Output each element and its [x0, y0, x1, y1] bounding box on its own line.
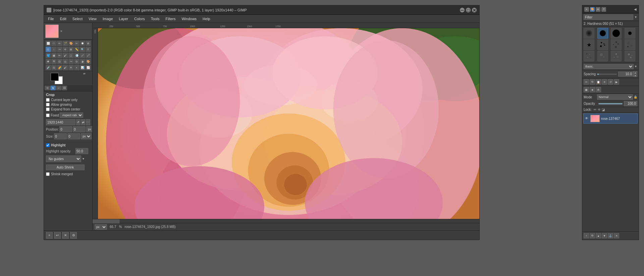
- menu-filters[interactable]: Filters: [163, 16, 178, 21]
- layer-row[interactable]: 👁 rose-137467: [583, 113, 638, 124]
- expand-from-center-checkbox[interactable]: [46, 107, 50, 111]
- brush-scatter-6[interactable]: [611, 51, 622, 61]
- panel-icon-2[interactable]: 🎨: [590, 7, 595, 12]
- preset-select[interactable]: Basic.: [584, 64, 634, 69]
- aspect-select[interactable]: Aspect ratio Width Height Size: [60, 112, 83, 118]
- move-layer-up-btn[interactable]: ▲: [596, 233, 601, 238]
- color-tool[interactable]: 🎨: [86, 59, 91, 64]
- highlight-opacity-input[interactable]: [75, 148, 88, 154]
- expand-right-btn[interactable]: ▶: [614, 79, 619, 85]
- config-btn[interactable]: ⚙: [70, 232, 77, 239]
- restore-btn[interactable]: ↩: [54, 232, 61, 239]
- foreground-color[interactable]: [51, 73, 59, 81]
- images-tab[interactable]: 🖼: [62, 86, 67, 90]
- measure-tool[interactable]: 📏: [74, 47, 79, 52]
- pencil-tool[interactable]: ✏: [57, 53, 62, 58]
- clone-tool[interactable]: ⧉: [51, 59, 57, 64]
- brush-scatter-4[interactable]: [584, 51, 594, 61]
- aspect-reset-btn[interactable]: ↺: [76, 119, 80, 125]
- channels-btn[interactable]: ◈: [590, 87, 595, 92]
- new-layer-btn[interactable]: +: [584, 233, 589, 238]
- brush-scatter-5[interactable]: [597, 51, 608, 61]
- aspect-more-btn[interactable]: ⋯: [86, 119, 90, 125]
- fuzzy-select-tool[interactable]: 🪄: [63, 41, 68, 46]
- brush-black-circle[interactable]: [611, 28, 622, 39]
- delete-layer-btn[interactable]: ✕: [614, 233, 619, 238]
- swap-colors[interactable]: ⇄: [83, 72, 86, 75]
- brush-hard-circle-selected[interactable]: [597, 28, 608, 39]
- brush-scatter-7[interactable]: [625, 51, 635, 61]
- edit-btn[interactable]: ✏: [584, 79, 589, 85]
- panel-icon-4[interactable]: ?: [601, 7, 606, 12]
- paste-btn[interactable]: 📋: [596, 79, 601, 85]
- spacing-down-btn[interactable]: ▼: [633, 74, 637, 77]
- duplicate-layer-btn[interactable]: ⧉: [590, 233, 595, 238]
- opacity-value-input[interactable]: [624, 101, 637, 106]
- menu-layer[interactable]: Layer: [116, 16, 131, 21]
- opacity-slider[interactable]: [598, 103, 623, 104]
- bucket-fill-tool[interactable]: 🪣: [46, 53, 51, 58]
- new-image-btn[interactable]: +: [46, 232, 53, 239]
- lock-pixels-icon[interactable]: ✏: [594, 108, 596, 111]
- unit-select[interactable]: px % mm: [95, 224, 107, 230]
- minimize-button[interactable]: ─: [460, 8, 465, 12]
- blur-sharpen-tool[interactable]: ◎: [63, 59, 68, 64]
- color-picker-tool[interactable]: 💉: [46, 65, 51, 70]
- panel-icon-1[interactable]: ▪: [584, 7, 589, 12]
- select-by-color-tool[interactable]: 🎨: [68, 41, 74, 46]
- ink-tool[interactable]: 🖊: [80, 53, 85, 58]
- allow-growing-checkbox[interactable]: [46, 103, 50, 106]
- spacing-up-btn[interactable]: ▲: [633, 71, 637, 74]
- spacing-slider[interactable]: [597, 74, 617, 75]
- shrink-merged-checkbox[interactable]: [46, 172, 50, 176]
- menu-edit[interactable]: Edit: [57, 16, 69, 21]
- menu-select[interactable]: Select: [70, 16, 86, 21]
- menu-windows[interactable]: Windows: [179, 16, 199, 21]
- airbrush-tool[interactable]: 💨: [74, 53, 79, 58]
- heal-tool[interactable]: ✚: [46, 59, 51, 64]
- aspect-value-input[interactable]: [46, 119, 75, 125]
- dodge-burn-tool[interactable]: ⊙: [74, 59, 79, 64]
- spacing-value-input[interactable]: [618, 72, 633, 77]
- free-select-tool[interactable]: ✏: [57, 41, 62, 46]
- brush-star[interactable]: ★: [584, 39, 594, 50]
- size-unit-select[interactable]: px % mm: [81, 133, 92, 139]
- highlight-checkbox[interactable]: [46, 143, 50, 147]
- paths-tool[interactable]: ⛤: [86, 41, 91, 46]
- perspective-clone-tool[interactable]: ⊡: [57, 59, 62, 64]
- curves-tool[interactable]: 📈: [86, 65, 91, 70]
- crop-tool[interactable]: ⊡: [46, 47, 51, 52]
- color-balance-tool[interactable]: ⚖: [51, 65, 57, 70]
- scissors-tool[interactable]: ✂: [74, 41, 79, 46]
- current-layer-checkbox[interactable]: [46, 98, 50, 102]
- threshold-tool[interactable]: ▪: [74, 65, 79, 70]
- eraser-tool[interactable]: ◻: [68, 53, 74, 58]
- menu-tools[interactable]: Tools: [148, 16, 162, 21]
- menu-colors[interactable]: Colors: [131, 16, 148, 21]
- mypaint-brush-tool[interactable]: 🖍: [86, 53, 91, 58]
- ellipse-select-tool[interactable]: ⬭: [51, 41, 57, 46]
- warp-tool[interactable]: 〜: [57, 47, 62, 52]
- rect-select-tool[interactable]: ⬜: [46, 41, 51, 46]
- size-x-input[interactable]: [54, 133, 67, 139]
- paths-btn[interactable]: ⛤: [596, 87, 601, 92]
- menu-help[interactable]: Help: [200, 16, 213, 21]
- image-close[interactable]: ✕: [60, 30, 63, 33]
- position-unit-select[interactable]: px % mm: [86, 126, 93, 132]
- brush-scatter-1[interactable]: [597, 39, 608, 50]
- menu-image[interactable]: Image: [100, 16, 116, 21]
- filter-dropdown[interactable]: ▼: [634, 15, 637, 19]
- menu-view[interactable]: View: [86, 16, 99, 21]
- refresh-btn[interactable]: ↺: [608, 79, 613, 85]
- delete-btn[interactable]: ✕: [62, 232, 69, 239]
- canvas-image[interactable]: [98, 28, 479, 219]
- brush-small-circle[interactable]: [625, 28, 635, 39]
- device-status-tab[interactable]: 🖱: [50, 86, 56, 90]
- blend-tool[interactable]: ▦: [51, 53, 57, 58]
- align-tool[interactable]: ⊞: [68, 47, 74, 52]
- panel-expand-btn[interactable]: ◀: [634, 7, 637, 11]
- foreground-select-tool[interactable]: 🔲: [80, 41, 85, 46]
- menu-file[interactable]: File: [45, 16, 57, 21]
- brush-scatter-3[interactable]: [625, 39, 635, 50]
- aspect-swap-btn[interactable]: ⇄: [81, 119, 86, 125]
